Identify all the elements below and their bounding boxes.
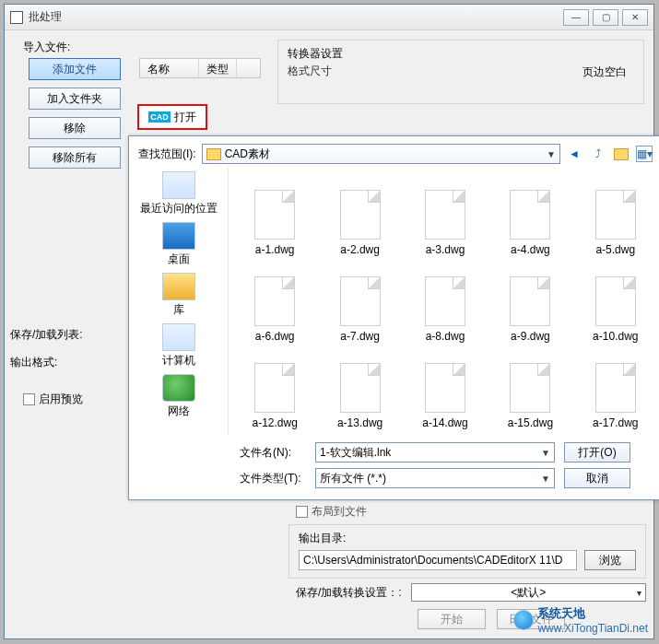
- place-desktop-label: 桌面: [168, 252, 190, 267]
- lookin-label: 查找范围(I):: [138, 146, 196, 162]
- document-icon: [425, 363, 465, 413]
- filename-input[interactable]: 1-软文编辑.lnk ▼: [315, 442, 555, 463]
- filetype-combo[interactable]: 所有文件 (*.*) ▼: [315, 468, 555, 488]
- chevron-down-icon: ▼: [541, 474, 550, 484]
- file-name: a-1.dwg: [255, 243, 295, 256]
- batch-window: 批处理 — ▢ ✕ 导入文件: 添加文件 加入文件夹 移除 移除所有 名称 类型…: [4, 4, 654, 639]
- file-item[interactable]: a-17.dwg: [575, 348, 656, 429]
- file-item[interactable]: a-13.dwg: [319, 348, 400, 429]
- enable-preview-checkbox[interactable]: 启用预览: [23, 392, 83, 407]
- network-icon: [162, 374, 195, 402]
- file-name: a-7.dwg: [340, 330, 380, 343]
- checkbox-icon: [296, 506, 308, 518]
- file-item[interactable]: a-4.dwg: [489, 175, 571, 256]
- open-button[interactable]: 打开(O): [564, 442, 630, 463]
- back-icon[interactable]: ◄: [566, 146, 583, 162]
- file-item[interactable]: a-10.dwg: [575, 262, 656, 343]
- browse-button[interactable]: 浏览: [584, 550, 636, 570]
- open-highlight-box[interactable]: CAD 打开: [137, 104, 207, 130]
- place-desktop[interactable]: 桌面: [162, 222, 195, 267]
- document-icon: [340, 363, 381, 413]
- output-dir-value: C:\Users\Administrator\Documents\CADEdit…: [303, 554, 562, 567]
- document-icon: [595, 276, 636, 326]
- recent-icon: [162, 171, 195, 199]
- watermark-cn: 系统天地: [537, 605, 648, 622]
- file-list-header: 名称 类型: [139, 58, 261, 78]
- file-name: a-12.dwg: [253, 416, 298, 429]
- import-label: 导入文件:: [23, 40, 70, 55]
- computer-icon: [162, 323, 195, 351]
- output-dir-label: 输出目录:: [299, 531, 636, 546]
- remove-all-button[interactable]: 移除所有: [29, 146, 121, 169]
- place-computer[interactable]: 计算机: [162, 323, 195, 369]
- maximize-button[interactable]: ▢: [593, 9, 618, 26]
- file-item[interactable]: a-5.dwg: [575, 175, 656, 256]
- file-item[interactable]: a-2.dwg: [319, 175, 400, 256]
- document-icon: [510, 190, 550, 240]
- watermark-logo-icon: [513, 610, 534, 630]
- file-item[interactable]: a-12.dwg: [234, 348, 315, 429]
- file-item[interactable]: a-15.dwg: [489, 348, 571, 429]
- add-folder-button[interactable]: 加入文件夹: [29, 88, 121, 110]
- document-icon: [254, 190, 295, 240]
- add-file-button[interactable]: 添加文件: [29, 58, 121, 80]
- place-recent-label: 最近访问的位置: [140, 201, 218, 217]
- new-folder-icon[interactable]: [614, 148, 629, 160]
- file-name: a-10.dwg: [593, 330, 638, 343]
- document-icon: [254, 363, 295, 413]
- open-highlight-label: 打开: [174, 110, 196, 125]
- apply-to-file-checkbox[interactable]: 布局到文件: [296, 504, 367, 520]
- desktop-icon: [162, 222, 195, 250]
- place-computer-label: 计算机: [162, 353, 195, 369]
- col-name[interactable]: 名称: [140, 59, 199, 77]
- saveload-settings-row: 保存/加载转换设置：: <默认> ▾: [296, 583, 646, 602]
- open-dialog-bottom: 文件名(N): 1-软文编辑.lnk ▼ 打开(O) 文件类型(T): 所有文件…: [129, 435, 659, 501]
- titlebar[interactable]: 批处理 — ▢ ✕: [5, 5, 653, 30]
- file-item[interactable]: a-9.dwg: [489, 262, 571, 343]
- file-item[interactable]: a-1.dwg: [234, 175, 315, 256]
- file-item[interactable]: a-3.dwg: [405, 175, 486, 256]
- side-panel: 添加文件 加入文件夹 移除 移除所有: [18, 58, 132, 176]
- file-item[interactable]: a-6.dwg: [234, 262, 315, 343]
- converter-settings-group: 转换器设置 格式尺寸 页边空白: [277, 40, 644, 104]
- up-icon[interactable]: ⤴: [590, 146, 606, 162]
- chevron-down-icon: ▼: [547, 149, 556, 159]
- col-type[interactable]: 类型: [199, 59, 237, 77]
- minimize-button[interactable]: —: [563, 9, 589, 26]
- place-network[interactable]: 网络: [162, 374, 195, 419]
- file-name: a-9.dwg: [511, 330, 550, 343]
- file-item[interactable]: a-7.dwg: [319, 262, 400, 343]
- format-size-label: 格式尺寸: [288, 64, 332, 79]
- apply-to-file-label: 布局到文件: [312, 504, 367, 520]
- cancel-button[interactable]: 取消: [564, 468, 630, 488]
- place-recent[interactable]: 最近访问的位置: [140, 171, 218, 217]
- document-icon: [425, 276, 465, 326]
- output-dir-group: 输出目录: C:\Users\Administrator\Documents\C…: [288, 524, 646, 579]
- close-button[interactable]: ✕: [622, 9, 648, 26]
- file-item[interactable]: a-14.dwg: [405, 348, 486, 429]
- file-item[interactable]: a-8.dwg: [405, 262, 486, 343]
- chevron-down-icon: ▼: [541, 448, 550, 458]
- folder-icon: [206, 148, 221, 160]
- remove-button[interactable]: 移除: [29, 117, 121, 139]
- saveload-settings-combo[interactable]: <默认> ▾: [411, 583, 646, 602]
- place-libraries[interactable]: 库: [162, 273, 195, 318]
- window-title: 批处理: [29, 9, 563, 25]
- lookin-combo[interactable]: CAD素材 ▼: [202, 144, 560, 164]
- output-dir-input[interactable]: C:\Users\Administrator\Documents\CADEdit…: [299, 550, 577, 570]
- document-icon: [510, 276, 550, 326]
- saveload-settings-label: 保存/加载转换设置：:: [296, 585, 402, 601]
- file-name: a-13.dwg: [337, 416, 382, 429]
- filetype-label: 文件类型(T):: [240, 471, 306, 486]
- libraries-icon: [162, 273, 195, 300]
- place-libraries-label: 库: [173, 302, 184, 318]
- converter-settings-title: 转换器设置: [288, 46, 634, 62]
- lookin-value: CAD素材: [225, 146, 270, 162]
- start-button[interactable]: 开始: [418, 609, 486, 629]
- page-margin-label: 页边空白: [583, 64, 627, 80]
- document-icon: [340, 276, 381, 326]
- document-icon: [595, 363, 636, 413]
- document-icon: [595, 190, 636, 240]
- view-menu-icon[interactable]: ▦▾: [636, 146, 653, 162]
- file-name: a-14.dwg: [422, 416, 467, 429]
